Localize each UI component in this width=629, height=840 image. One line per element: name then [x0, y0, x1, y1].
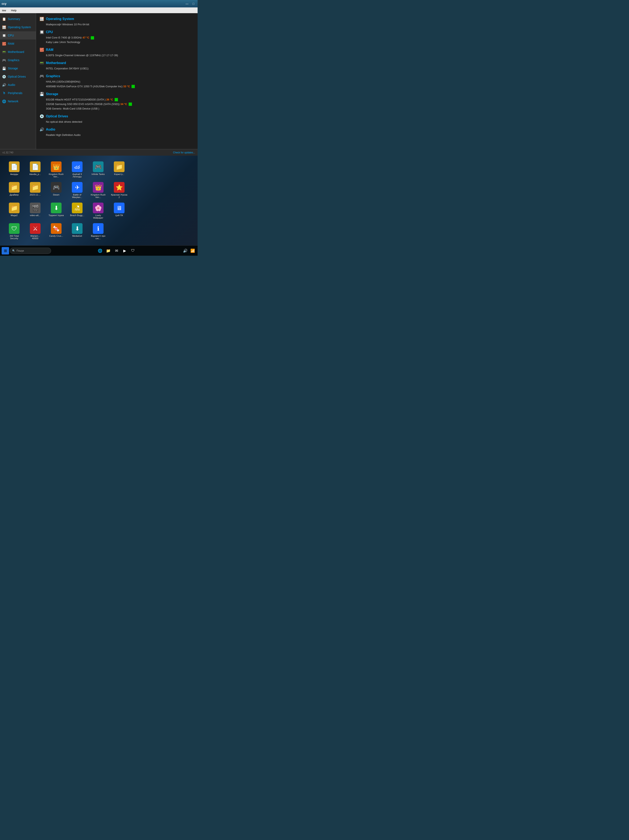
sysinfo-icon: ℹ — [93, 223, 104, 234]
sidebar-label-os: Operating System — [8, 25, 31, 29]
section-cpu-icon: 🔲 — [39, 30, 44, 35]
section-os-content: Майкрософт Windows 10 Pro 64-bit — [39, 22, 194, 27]
sidebar-label-graphics: Graphics — [8, 58, 19, 62]
graphics-temp-indicator — [131, 85, 135, 88]
desktop-icon-beach[interactable]: 🏖 Beach Bugg... — [68, 202, 87, 220]
section-cpu: 🔲 CPU Intel Core i5 7400 @ 3.00GHz 47 °C… — [39, 30, 194, 44]
ram-value: 8,00ГБ Single-Channel Unknown @ 1197MHz … — [46, 54, 118, 57]
sidebar-item-os[interactable]: 🪟 Operating System — [0, 23, 36, 31]
desktop-icon-sysinfo[interactable]: ℹ Відомості про сис... — [89, 223, 107, 240]
tray-sound[interactable]: 🔊 — [182, 248, 189, 254]
section-optical: 💿 Optical Drives No optical disk drives … — [39, 114, 194, 124]
network-icon: 🌐 — [2, 99, 6, 103]
krasnaya-icon: ⭐ — [114, 182, 125, 193]
menu-view[interactable]: iew — [1, 8, 8, 13]
start-button[interactable]: ⊞ — [2, 247, 9, 254]
storage-hdd-temp: 26 °C — [106, 98, 113, 101]
desktop-icon-mediaget[interactable]: ⬇ MediaGet — [68, 223, 87, 240]
taskbar-mail[interactable]: ✉ — [113, 248, 120, 254]
version-label: v1.32.740 — [3, 151, 13, 154]
section-storage: 💾 Storage 931GB Hitachi HGST HTS721010A9… — [39, 92, 194, 111]
tray-network[interactable]: 📶 — [189, 248, 196, 254]
video-label: video-a6... — [30, 214, 40, 216]
taskbar-explorer[interactable]: 📁 — [105, 248, 112, 254]
desktop-icon-koryst[interactable]: 📁 Користу... — [110, 161, 128, 179]
sidebar-label-audio: Audio — [8, 83, 15, 87]
sidebar-label-optical: Optical Drives — [8, 75, 26, 78]
section-os-icon: 🪟 — [39, 16, 44, 21]
desktop-icon-lively[interactable]: 🌸 Lively Wallpaper — [89, 202, 107, 220]
sidebar-item-motherboard[interactable]: 📟 Motherboard — [0, 48, 36, 56]
section-storage-header: 💾 Storage — [39, 92, 194, 96]
desktop-icon-infinite-tanks[interactable]: 🎮 Infinite Tanks — [89, 161, 107, 179]
graphics-icon: 🎮 — [2, 58, 6, 62]
kingdom1-label: Kingdom Rush Ven... — [48, 173, 65, 178]
taskbar-apps: 🌐 📁 ✉ ▶ 🛡 — [52, 248, 181, 254]
desktop-icon-krasnaya[interactable]: ⭐ Красная Угроза 2 — [110, 181, 128, 199]
storage-hdd: 931GB Hitachi HGST HTS721010A9E630 (SATA… — [46, 98, 106, 101]
koryst-label: Користу... — [114, 173, 124, 175]
desktop-icon-warham[interactable]: ⚔ Wariam... 40000 — [26, 223, 44, 240]
sidebar-item-audio[interactable]: 🔊 Audio — [0, 81, 36, 89]
candy-icon: 🍬 — [51, 223, 61, 234]
cpu-temp: 47 °C — [82, 36, 89, 39]
maximize-button[interactable]: □ — [191, 2, 196, 6]
360-label: 360 Total Security — [6, 235, 22, 240]
kingdom2-label: Kingdom Rush Ven... — [90, 194, 106, 199]
desktop-icon-midi[interactable]: 📁 Миди2 — [5, 202, 24, 220]
audio-value: Realtek High Definition Audio — [46, 133, 80, 136]
taskbar: ⊞ 🔍 Пошук 🌐 📁 ✉ ▶ 🛡 🔊 📶 — [0, 245, 198, 256]
section-motherboard-header: 📟 Motherboard — [39, 60, 194, 65]
desktop-icon-battle[interactable]: ✈ Battle of Warplan... — [68, 181, 87, 199]
sidebar-item-peripherals[interactable]: 🖱 Peripherals — [0, 89, 36, 97]
search-icon: 🔍 — [12, 249, 15, 252]
desktop-icon-steam[interactable]: 🎮 Steam — [47, 181, 65, 199]
section-graphics-title: Graphics — [46, 74, 60, 78]
minimize-button[interactable]: — — [184, 2, 190, 6]
peripherals-icon: 🖱 — [2, 91, 6, 95]
koryst-icon: 📁 — [114, 161, 125, 172]
desktop-icon-akordy[interactable]: 📄 Акорды — [5, 161, 24, 179]
cpu-tech: Kaby Lake 14nm Technology — [46, 41, 80, 44]
klavdia-label: klavdia_p... — [30, 173, 41, 175]
battle-label: Battle of Warplan... — [69, 194, 85, 199]
storage-usb: 3GB Generic- Multi-Card USB Device (USB … — [46, 107, 99, 110]
desktop-icon-torrent[interactable]: ⬇ Торрент Ігрука — [47, 202, 65, 220]
sidebar-item-network[interactable]: 🌐 Network — [0, 97, 36, 106]
desktop-icon-kingdom1[interactable]: 👑 Kingdom Rush Ven... — [47, 161, 65, 179]
desktop-icon-mypc[interactable]: 🖥 Цей ПК — [110, 202, 128, 220]
taskbar-shield[interactable]: 🛡 — [130, 248, 136, 254]
section-audio-header: 🔊 Audio — [39, 127, 194, 132]
desktop-icon-klavdia[interactable]: 📄 klavdia_p... — [26, 161, 44, 179]
cpu-icon: 🔲 — [2, 33, 6, 38]
desktop-icon-driver[interactable]: 📁 Драйвер — [5, 181, 24, 199]
section-cpu-header: 🔲 CPU — [39, 30, 194, 35]
desktop-icon-2023[interactable]: 📁 2023-11-... — [26, 181, 44, 199]
desktop-icon-kingdom2[interactable]: 👑 Kingdom Rush Ven... — [89, 181, 107, 199]
taskbar-search[interactable]: 🔍 Пошук — [10, 248, 51, 254]
menu-help[interactable]: Help — [10, 8, 18, 13]
section-optical-content: No optical disk drives detected — [39, 120, 194, 124]
sidebar-item-cpu[interactable]: 🔲 CPU — [0, 31, 36, 39]
infinite-tanks-label: Infinite Tanks — [91, 173, 105, 175]
desktop-icon-candy[interactable]: 🍬 Candy Crus... — [47, 223, 65, 240]
desktop-icon-asphalt[interactable]: 🏎 Asphalt 9 Легенды — [68, 161, 87, 179]
sidebar-item-graphics[interactable]: 🎮 Graphics — [0, 56, 36, 64]
desktop-icon-video[interactable]: 🎬 video-a6... — [26, 202, 44, 220]
sys-tray: 🔊 📶 — [182, 248, 196, 254]
taskbar-media[interactable]: ▶ — [121, 248, 128, 254]
app-footer: v1.32.740 Check for updates... — [0, 149, 198, 156]
sidebar-item-storage[interactable]: 💾 Storage — [0, 64, 36, 73]
section-storage-content: 931GB Hitachi HGST HTS721010A9E630 (SATA… — [39, 97, 194, 111]
window-controls: — □ — [184, 2, 196, 6]
optical-icon: 💿 — [2, 74, 6, 79]
sidebar-item-summary[interactable]: 📋 Summary — [0, 15, 36, 23]
360-icon: 🛡 — [9, 223, 20, 234]
desktop-icon-360[interactable]: 🛡 360 Total Security — [5, 223, 24, 240]
sysinfo-label: Відомості про сис... — [90, 235, 106, 240]
section-ram-title: RAM — [46, 48, 53, 52]
sidebar-item-optical[interactable]: 💿 Optical Drives — [0, 73, 36, 81]
taskbar-browser[interactable]: 🌐 — [97, 248, 103, 254]
sidebar-item-ram[interactable]: 🧱 RAM — [0, 39, 36, 48]
check-updates-link[interactable]: Check for updates... — [173, 151, 195, 154]
